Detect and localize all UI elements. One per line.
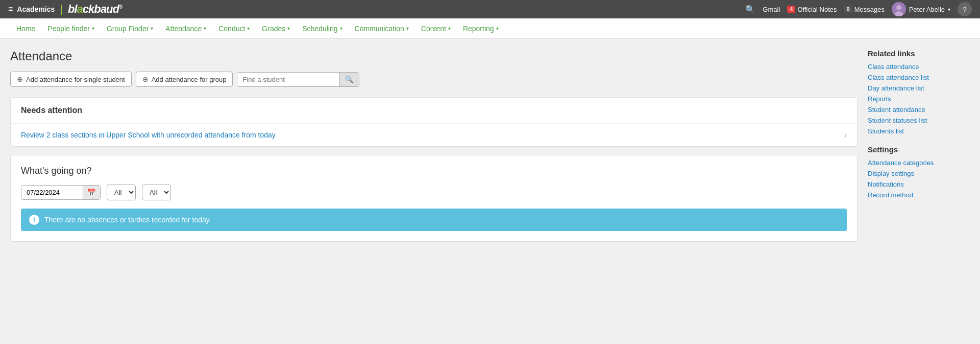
user-dropdown-icon: ▾ [948, 7, 950, 12]
nav-attendance[interactable]: Attendance ▾ [159, 18, 212, 39]
date-filter: 📅 [21, 185, 101, 200]
sidebar-link-day-attendance-list[interactable]: Day attendance list [868, 84, 970, 92]
chevron-down-icon: ▾ [151, 26, 153, 31]
top-bar: ≡ Academics | blackbaud® 🔍 Gmail 4 Offic… [0, 0, 980, 18]
sidebar-link-record-method[interactable]: Record method [868, 191, 970, 199]
whats-going-on-card: What's going on? 📅 All All i There ar [10, 155, 857, 242]
official-notes-label: Official Notes [797, 6, 837, 13]
top-bar-right: 🔍 Gmail 4 Official Notes 0 Messages Pete… [745, 2, 972, 16]
info-icon: i [29, 215, 39, 225]
messages-label: Messages [854, 6, 885, 13]
chevron-down-icon: ▾ [448, 26, 451, 31]
student-search-box: 🔍 [237, 72, 359, 87]
card-body: What's going on? 📅 All All i There ar [11, 155, 857, 241]
add-single-student-button[interactable]: ⊕ Add attendance for single student [10, 72, 132, 87]
chevron-down-icon: ▾ [204, 26, 206, 31]
nav-reporting[interactable]: Reporting ▾ [457, 18, 505, 39]
messages-count: 0 [844, 6, 852, 13]
chevron-down-icon: ▾ [92, 26, 94, 31]
nav-home[interactable]: Home [10, 18, 41, 39]
search-icon[interactable]: 🔍 [745, 5, 755, 14]
settings-section: Settings Attendance categories Display s… [868, 145, 970, 199]
chevron-down-icon: ▾ [287, 26, 290, 31]
official-notes-badge[interactable]: 4 Official Notes [787, 6, 837, 13]
sidebar-link-class-attendance[interactable]: Class attendance [868, 63, 970, 71]
chevron-down-icon: ▾ [340, 26, 342, 31]
chevron-down-icon: ▾ [247, 26, 250, 31]
hamburger-icon[interactable]: ≡ [8, 5, 13, 14]
action-bar: ⊕ Add attendance for single student ⊕ Ad… [10, 72, 857, 87]
page-title: Attendance [10, 49, 857, 63]
filter-row: 📅 All All [21, 185, 847, 200]
sidebar-link-student-attendance[interactable]: Student attendance [868, 106, 970, 113]
filter-dropdown-2[interactable]: All [142, 185, 171, 200]
academics-label: Academics [17, 5, 55, 13]
main-content: Attendance ⊕ Add attendance for single s… [10, 49, 857, 334]
avatar [892, 2, 906, 16]
search-button[interactable]: 🔍 [339, 73, 359, 86]
needs-attention-card: Needs attention Review 2 class sections … [10, 97, 857, 147]
user-info[interactable]: Peter Abelle ▾ [892, 2, 950, 16]
needs-attention-header: Needs attention [11, 98, 857, 124]
help-button[interactable]: ? [958, 2, 972, 16]
nav-content[interactable]: Content ▾ [415, 18, 457, 39]
brand-pipe: | [60, 3, 63, 16]
nav-group-finder[interactable]: Group Finder ▾ [101, 18, 159, 39]
card-title: What's going on? [21, 166, 847, 176]
plus-icon: ⊕ [17, 75, 23, 83]
sidebar-link-notifications[interactable]: Notifications [868, 180, 970, 188]
sidebar: Related links Class attendance Class att… [868, 49, 970, 334]
nav-communication[interactable]: Communication ▾ [349, 18, 415, 39]
blackbaud-logo: blackbaud® [68, 3, 122, 16]
sidebar-link-student-statuses-list[interactable]: Student statuses list [868, 117, 970, 124]
search-input[interactable] [237, 73, 339, 86]
needs-attention-link[interactable]: Review 2 class sections in Upper School … [11, 124, 857, 146]
sidebar-link-class-attendance-list[interactable]: Class attendance list [868, 74, 970, 81]
secondary-nav: Home People finder ▾ Group Finder ▾ Atte… [0, 18, 980, 39]
brand: Academics | blackbaud® [17, 3, 122, 16]
top-bar-left: ≡ Academics | blackbaud® [8, 3, 122, 16]
info-banner: i There are no absences or tardies recor… [21, 209, 847, 231]
filter-dropdown-1[interactable]: All [107, 185, 136, 200]
sidebar-link-display-settings[interactable]: Display settings [868, 170, 970, 177]
official-notes-count: 4 [787, 6, 795, 13]
main-layout: Attendance ⊕ Add attendance for single s… [0, 39, 980, 344]
sidebar-link-reports[interactable]: Reports [868, 95, 970, 103]
nav-conduct[interactable]: Conduct ▾ [212, 18, 256, 39]
nav-people-finder[interactable]: People finder ▾ [41, 18, 101, 39]
chevron-down-icon: ▾ [496, 26, 499, 31]
sidebar-link-students-list[interactable]: Students list [868, 127, 970, 135]
add-group-button[interactable]: ⊕ Add attendance for group [136, 72, 233, 87]
nav-scheduling[interactable]: Scheduling ▾ [296, 18, 348, 39]
user-name: Peter Abelle [909, 6, 945, 13]
svg-point-1 [896, 5, 901, 10]
sidebar-link-attendance-categories[interactable]: Attendance categories [868, 159, 970, 167]
settings-title: Settings [868, 145, 970, 154]
messages-link[interactable]: 0 Messages [844, 6, 885, 13]
nav-grades[interactable]: Grades ▾ [256, 18, 296, 39]
gmail-link[interactable]: Gmail [763, 6, 780, 13]
calendar-icon[interactable]: 📅 [83, 186, 100, 199]
chevron-down-icon: ▾ [406, 26, 409, 31]
date-input[interactable] [21, 186, 83, 199]
related-links-title: Related links [868, 49, 970, 58]
info-message: There are no absences or tardies recorde… [44, 216, 211, 224]
plus-icon: ⊕ [142, 75, 149, 83]
chevron-right-icon: › [844, 131, 847, 139]
